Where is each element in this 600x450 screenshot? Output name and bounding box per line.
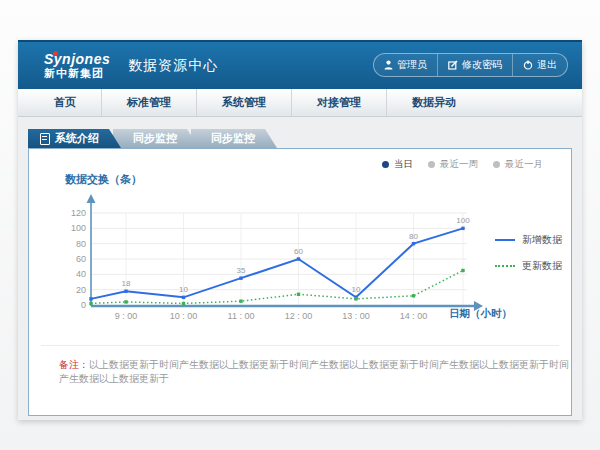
legend-label: 更新数据	[522, 259, 562, 273]
app-window: Synjones 新中新集团 数据资源中心 管理员 修改密码 退出	[18, 40, 582, 420]
svg-text:35: 35	[237, 266, 246, 275]
document-icon	[40, 133, 50, 145]
y-axis-title: 数据交换（条）	[65, 172, 142, 187]
nav-item-standard-mgmt[interactable]: 标准管理	[102, 89, 197, 116]
svg-text:13 : 00: 13 : 00	[342, 311, 370, 321]
user-icon	[384, 60, 393, 70]
svg-text:20: 20	[76, 285, 86, 295]
change-password-button[interactable]: 修改密码	[437, 54, 512, 76]
dotted-line-icon	[495, 265, 515, 267]
user-button-label: 管理员	[397, 58, 427, 72]
svg-text:80: 80	[76, 239, 86, 249]
footnote-text: 以上数据更新于时间产生数据以上数据更新于时间产生数据以上数据更新于时间产生数据以…	[59, 359, 569, 384]
svg-text:10 : 00: 10 : 00	[170, 311, 198, 321]
logo-subtitle: 新中新集团	[44, 68, 110, 79]
svg-text:11 : 00: 11 : 00	[228, 311, 255, 321]
logout-label: 退出	[537, 58, 557, 72]
nav-item-data-change[interactable]: 数据异动	[387, 89, 481, 116]
svg-text:0: 0	[81, 300, 86, 310]
line-chart: 0204060801001209 : 0010 : 0011 : 0012 : …	[51, 192, 501, 332]
svg-text:80: 80	[409, 232, 418, 241]
change-password-label: 修改密码	[462, 58, 502, 72]
tab-bar: 系统介绍 同步监控 同步监控	[28, 129, 572, 148]
header-actions: 管理员 修改密码 退出	[373, 53, 568, 77]
svg-text:9 : 00: 9 : 00	[115, 311, 138, 321]
svg-text:40: 40	[76, 269, 86, 279]
chart-area: 0204060801001209 : 0010 : 0011 : 0012 : …	[51, 192, 501, 332]
logout-button[interactable]: 退出	[512, 54, 567, 76]
chart-panel: 当日 最近一周 最近一月 数据交换（条） 0204060801001209 : …	[28, 148, 572, 416]
nav-item-system-mgmt[interactable]: 系统管理	[197, 89, 292, 116]
app-header: Synjones 新中新集团 数据资源中心 管理员 修改密码 退出	[18, 40, 582, 89]
filter-today[interactable]: 当日	[382, 158, 413, 171]
svg-text:18: 18	[122, 279, 131, 288]
nav-item-home[interactable]: 首页	[18, 89, 102, 116]
svg-text:60: 60	[76, 254, 86, 264]
power-icon	[523, 60, 533, 70]
tab-system-intro[interactable]: 系统介绍	[28, 129, 121, 148]
svg-text:10: 10	[352, 285, 361, 294]
company-logo: Synjones 新中新集团	[44, 52, 110, 79]
tab-sync-monitor-1[interactable]: 同步监控	[113, 129, 199, 148]
footnote: 备注：以上数据更新于时间产生数据以上数据更新于时间产生数据以上数据更新于时间产生…	[59, 358, 574, 386]
edit-icon	[448, 60, 458, 70]
svg-text:60: 60	[294, 247, 303, 256]
filter-label: 最近一月	[505, 158, 543, 171]
logo-red-dot-icon	[53, 51, 58, 56]
radio-dot-icon	[382, 161, 389, 168]
svg-text:12 : 00: 12 : 00	[285, 311, 313, 321]
main-nav: 首页 标准管理 系统管理 对接管理 数据异动	[18, 89, 582, 117]
svg-text:120: 120	[71, 208, 86, 218]
user-button[interactable]: 管理员	[374, 54, 437, 76]
tab-sync-monitor-2[interactable]: 同步监控	[191, 129, 277, 148]
solid-line-icon	[495, 239, 515, 241]
series-legend: 新增数据 更新数据	[495, 233, 562, 285]
tab-label: 同步监控	[133, 129, 177, 148]
tab-label: 同步监控	[211, 129, 255, 148]
radio-dot-icon	[428, 161, 435, 168]
svg-text:100: 100	[71, 223, 86, 233]
filter-label: 最近一周	[440, 158, 478, 171]
legend-new-data[interactable]: 新增数据	[495, 233, 562, 247]
svg-text:14 : 00: 14 : 00	[400, 311, 428, 321]
svg-text:10: 10	[179, 285, 188, 294]
legend-label: 新增数据	[522, 233, 562, 247]
filter-last-week[interactable]: 最近一周	[428, 158, 478, 171]
radio-dot-icon	[493, 161, 500, 168]
divider	[41, 345, 559, 346]
x-axis-title: 日期（小时）	[449, 307, 512, 321]
footnote-label: 备注：	[59, 359, 89, 370]
page-title: 数据资源中心	[128, 57, 218, 75]
nav-item-interface-mgmt[interactable]: 对接管理	[292, 89, 387, 116]
filter-last-month[interactable]: 最近一月	[493, 158, 543, 171]
content-area: 系统介绍 同步监控 同步监控 当日 最近一周	[18, 117, 582, 416]
filter-label: 当日	[394, 158, 413, 171]
legend-updated-data[interactable]: 更新数据	[495, 259, 562, 273]
svg-text:100: 100	[456, 216, 470, 225]
tab-label: 系统介绍	[55, 129, 99, 148]
period-filter: 当日 最近一周 最近一月	[382, 158, 543, 171]
